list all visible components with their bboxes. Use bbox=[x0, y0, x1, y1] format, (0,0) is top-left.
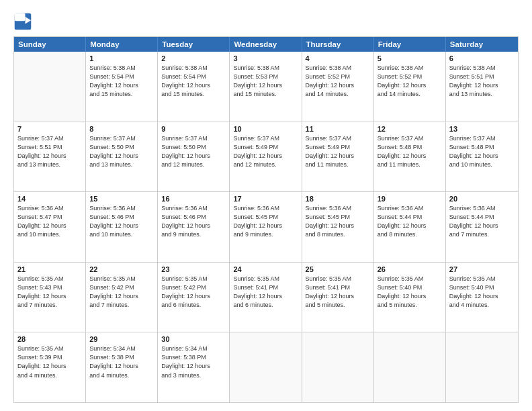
day-number: 3 bbox=[233, 54, 298, 62]
header-day-tuesday: Tuesday bbox=[158, 37, 230, 52]
calendar-cell-22: 22Sunrise: 5:35 AMSunset: 5:42 PMDayligh… bbox=[86, 263, 158, 332]
calendar-cell-12: 12Sunrise: 5:37 AMSunset: 5:48 PMDayligh… bbox=[374, 122, 446, 192]
calendar-cell-13: 13Sunrise: 5:37 AMSunset: 5:48 PMDayligh… bbox=[446, 122, 518, 192]
svg-rect-2 bbox=[15, 13, 26, 21]
day-number: 16 bbox=[161, 195, 226, 203]
cell-info: Sunrise: 5:35 AMSunset: 5:42 PMDaylight:… bbox=[89, 275, 154, 310]
calendar-cell-empty-4-3 bbox=[230, 332, 302, 402]
cell-info: Sunrise: 5:36 AMSunset: 5:45 PMDaylight:… bbox=[233, 204, 298, 239]
calendar-cell-15: 15Sunrise: 5:36 AMSunset: 5:46 PMDayligh… bbox=[86, 192, 158, 262]
day-number: 15 bbox=[89, 195, 154, 203]
calendar: SundayMondayTuesdayWednesdayThursdayFrid… bbox=[13, 36, 519, 403]
cell-info: Sunrise: 5:35 AMSunset: 5:40 PMDaylight:… bbox=[449, 275, 515, 310]
calendar-cell-10: 10Sunrise: 5:37 AMSunset: 5:49 PMDayligh… bbox=[230, 122, 302, 192]
cell-info: Sunrise: 5:36 AMSunset: 5:44 PMDaylight:… bbox=[378, 204, 442, 239]
calendar-cell-21: 21Sunrise: 5:35 AMSunset: 5:43 PMDayligh… bbox=[14, 263, 86, 332]
cell-info: Sunrise: 5:38 AMSunset: 5:51 PMDaylight:… bbox=[449, 64, 515, 99]
day-number: 20 bbox=[449, 195, 515, 203]
day-number: 30 bbox=[161, 335, 226, 343]
day-number: 27 bbox=[449, 265, 515, 273]
day-number: 5 bbox=[378, 54, 442, 62]
calendar-cell-empty-4-5 bbox=[374, 332, 446, 402]
calendar-cell-1: 1Sunrise: 5:38 AMSunset: 5:54 PMDaylight… bbox=[86, 52, 158, 122]
calendar-cell-20: 20Sunrise: 5:36 AMSunset: 5:44 PMDayligh… bbox=[446, 192, 518, 262]
cell-info: Sunrise: 5:37 AMSunset: 5:49 PMDaylight:… bbox=[306, 134, 370, 169]
cell-info: Sunrise: 5:36 AMSunset: 5:47 PMDaylight:… bbox=[17, 204, 82, 239]
cell-info: Sunrise: 5:35 AMSunset: 5:41 PMDaylight:… bbox=[233, 275, 298, 310]
cell-info: Sunrise: 5:38 AMSunset: 5:52 PMDaylight:… bbox=[306, 64, 370, 99]
calendar-cell-26: 26Sunrise: 5:35 AMSunset: 5:40 PMDayligh… bbox=[374, 263, 446, 332]
day-number: 2 bbox=[161, 54, 226, 62]
day-number: 19 bbox=[378, 195, 442, 203]
cell-info: Sunrise: 5:36 AMSunset: 5:46 PMDaylight:… bbox=[89, 204, 154, 239]
calendar-cell-empty-4-6 bbox=[446, 332, 518, 402]
header-day-saturday: Saturday bbox=[446, 37, 518, 52]
day-number: 24 bbox=[233, 265, 298, 273]
calendar-header: SundayMondayTuesdayWednesdayThursdayFrid… bbox=[14, 37, 518, 52]
calendar-row-3: 21Sunrise: 5:35 AMSunset: 5:43 PMDayligh… bbox=[14, 263, 518, 333]
cell-info: Sunrise: 5:35 AMSunset: 5:41 PMDaylight:… bbox=[306, 275, 370, 310]
header-day-wednesday: Wednesday bbox=[230, 37, 302, 52]
day-number: 26 bbox=[378, 265, 442, 273]
day-number: 17 bbox=[233, 195, 298, 203]
calendar-cell-7: 7Sunrise: 5:37 AMSunset: 5:51 PMDaylight… bbox=[14, 122, 86, 192]
cell-info: Sunrise: 5:37 AMSunset: 5:50 PMDaylight:… bbox=[89, 134, 154, 169]
day-number: 21 bbox=[17, 265, 82, 273]
calendar-cell-5: 5Sunrise: 5:38 AMSunset: 5:52 PMDaylight… bbox=[374, 52, 446, 122]
cell-info: Sunrise: 5:36 AMSunset: 5:44 PMDaylight:… bbox=[449, 204, 515, 239]
day-number: 18 bbox=[306, 195, 370, 203]
day-number: 22 bbox=[89, 265, 154, 273]
cell-info: Sunrise: 5:38 AMSunset: 5:54 PMDaylight:… bbox=[161, 64, 226, 99]
day-number: 4 bbox=[306, 54, 370, 62]
cell-info: Sunrise: 5:35 AMSunset: 5:42 PMDaylight:… bbox=[161, 275, 226, 310]
cell-info: Sunrise: 5:34 AMSunset: 5:38 PMDaylight:… bbox=[89, 345, 154, 379]
page: SundayMondayTuesdayWednesdayThursdayFrid… bbox=[0, 0, 532, 411]
calendar-body: 1Sunrise: 5:38 AMSunset: 5:54 PMDaylight… bbox=[14, 52, 518, 402]
cell-info: Sunrise: 5:37 AMSunset: 5:50 PMDaylight:… bbox=[161, 134, 226, 169]
calendar-row-1: 7Sunrise: 5:37 AMSunset: 5:51 PMDaylight… bbox=[14, 122, 518, 193]
calendar-cell-9: 9Sunrise: 5:37 AMSunset: 5:50 PMDaylight… bbox=[158, 122, 230, 192]
calendar-cell-30: 30Sunrise: 5:34 AMSunset: 5:38 PMDayligh… bbox=[158, 332, 230, 402]
cell-info: Sunrise: 5:36 AMSunset: 5:46 PMDaylight:… bbox=[161, 204, 226, 239]
header-day-monday: Monday bbox=[86, 37, 158, 52]
day-number: 8 bbox=[89, 125, 154, 133]
cell-info: Sunrise: 5:37 AMSunset: 5:51 PMDaylight:… bbox=[17, 134, 82, 169]
day-number: 14 bbox=[17, 195, 82, 203]
calendar-cell-2: 2Sunrise: 5:38 AMSunset: 5:54 PMDaylight… bbox=[158, 52, 230, 122]
day-number: 28 bbox=[17, 335, 82, 343]
day-number: 10 bbox=[233, 125, 298, 133]
calendar-cell-24: 24Sunrise: 5:35 AMSunset: 5:41 PMDayligh… bbox=[230, 263, 302, 332]
calendar-cell-empty-4-4 bbox=[302, 332, 374, 402]
calendar-cell-29: 29Sunrise: 5:34 AMSunset: 5:38 PMDayligh… bbox=[86, 332, 158, 402]
cell-info: Sunrise: 5:38 AMSunset: 5:53 PMDaylight:… bbox=[233, 64, 298, 99]
day-number: 1 bbox=[89, 54, 154, 62]
cell-info: Sunrise: 5:35 AMSunset: 5:39 PMDaylight:… bbox=[17, 345, 82, 379]
cell-info: Sunrise: 5:37 AMSunset: 5:48 PMDaylight:… bbox=[449, 134, 515, 169]
day-number: 9 bbox=[161, 125, 226, 133]
calendar-row-4: 28Sunrise: 5:35 AMSunset: 5:39 PMDayligh… bbox=[14, 332, 518, 402]
calendar-cell-8: 8Sunrise: 5:37 AMSunset: 5:50 PMDaylight… bbox=[86, 122, 158, 192]
day-number: 13 bbox=[449, 125, 515, 133]
calendar-cell-18: 18Sunrise: 5:36 AMSunset: 5:45 PMDayligh… bbox=[302, 192, 374, 262]
header-day-sunday: Sunday bbox=[14, 37, 86, 52]
header-day-thursday: Thursday bbox=[302, 37, 374, 52]
cell-info: Sunrise: 5:37 AMSunset: 5:48 PMDaylight:… bbox=[378, 134, 442, 169]
logo-icon bbox=[13, 12, 32, 31]
logo bbox=[13, 12, 35, 31]
calendar-cell-27: 27Sunrise: 5:35 AMSunset: 5:40 PMDayligh… bbox=[446, 263, 518, 332]
cell-info: Sunrise: 5:34 AMSunset: 5:38 PMDaylight:… bbox=[161, 345, 226, 379]
header bbox=[13, 12, 519, 31]
calendar-cell-25: 25Sunrise: 5:35 AMSunset: 5:41 PMDayligh… bbox=[302, 263, 374, 332]
day-number: 23 bbox=[161, 265, 226, 273]
calendar-cell-28: 28Sunrise: 5:35 AMSunset: 5:39 PMDayligh… bbox=[14, 332, 86, 402]
calendar-cell-23: 23Sunrise: 5:35 AMSunset: 5:42 PMDayligh… bbox=[158, 263, 230, 332]
calendar-cell-4: 4Sunrise: 5:38 AMSunset: 5:52 PMDaylight… bbox=[302, 52, 374, 122]
calendar-cell-17: 17Sunrise: 5:36 AMSunset: 5:45 PMDayligh… bbox=[230, 192, 302, 262]
day-number: 25 bbox=[306, 265, 370, 273]
calendar-cell-16: 16Sunrise: 5:36 AMSunset: 5:46 PMDayligh… bbox=[158, 192, 230, 262]
cell-info: Sunrise: 5:38 AMSunset: 5:52 PMDaylight:… bbox=[378, 64, 442, 99]
cell-info: Sunrise: 5:35 AMSunset: 5:40 PMDaylight:… bbox=[378, 275, 442, 310]
day-number: 7 bbox=[17, 125, 82, 133]
cell-info: Sunrise: 5:37 AMSunset: 5:49 PMDaylight:… bbox=[233, 134, 298, 169]
day-number: 12 bbox=[378, 125, 442, 133]
